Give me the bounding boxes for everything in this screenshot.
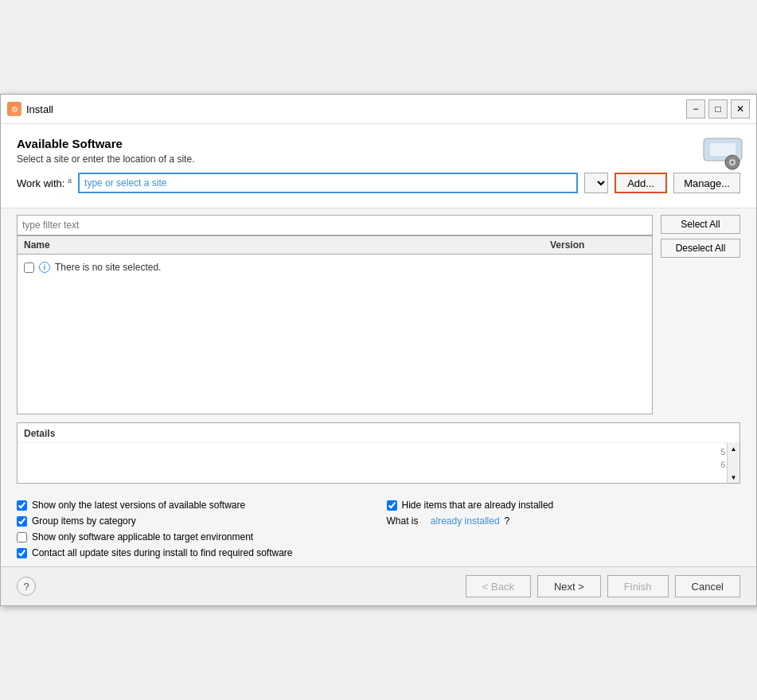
col-version-header: Version <box>550 239 646 251</box>
work-with-label: Work with: a <box>17 177 72 189</box>
info-icon: i <box>39 262 50 273</box>
options-right: Hide items that are already installed Wh… <box>387 500 741 558</box>
group-category-label: Group items by category <box>32 515 136 527</box>
help-button[interactable]: ? <box>17 577 36 596</box>
options-left: Show only the latest versions of availab… <box>17 500 371 558</box>
manage-button[interactable]: Manage... <box>673 173 740 193</box>
left-panel: Name Version i There is no site selected… <box>17 208 653 414</box>
hide-installed-checkbox[interactable] <box>387 500 397 511</box>
option-what-is: What is already installed? <box>387 515 741 527</box>
finish-button[interactable]: Finish <box>607 575 669 597</box>
header-section: Available Software Select a site or ente… <box>1 124 756 208</box>
add-button[interactable]: Add... <box>615 173 667 193</box>
footer-buttons: < Back Next > Finish Cancel <box>466 575 740 597</box>
svg-point-4 <box>732 161 734 164</box>
options-grid: Show only the latest versions of availab… <box>17 500 740 558</box>
work-with-row: Work with: a Add... Manage... <box>17 173 740 193</box>
table-header: Name Version <box>18 236 652 255</box>
svg-rect-1 <box>710 143 736 156</box>
target-env-checkbox[interactable] <box>17 532 27 542</box>
latest-versions-checkbox[interactable] <box>17 500 27 511</box>
table-body: i There is no site selected. <box>18 255 652 414</box>
option-target-env: Show only software applicable to target … <box>17 531 371 542</box>
contact-update-label: Contact all update sites during install … <box>32 547 293 558</box>
option-hide-installed: Hide items that are already installed <box>387 500 741 511</box>
no-site-text: There is no site selected. <box>55 262 161 273</box>
details-scroll-area: ▲ ▼ 5 6 <box>18 443 739 483</box>
site-input[interactable] <box>78 173 578 193</box>
option-contact-update: Contact all update sites during install … <box>17 547 371 558</box>
contact-update-checkbox[interactable] <box>17 548 27 558</box>
already-installed-link[interactable]: already installed <box>431 515 500 527</box>
line-num-6: 6 <box>720 459 725 472</box>
minimize-button[interactable]: − <box>686 99 705 119</box>
hide-installed-label: Hide items that are already installed <box>402 500 554 511</box>
title-bar: ⚙ Install − □ ✕ <box>1 95 756 124</box>
software-table: Name Version i There is no site selected… <box>17 235 653 414</box>
scroll-up-arrow[interactable]: ▲ <box>728 443 739 454</box>
option-latest-versions: Show only the latest versions of availab… <box>17 500 371 511</box>
what-is-suffix: ? <box>505 515 510 527</box>
maximize-button[interactable]: □ <box>708 99 728 119</box>
site-dropdown[interactable] <box>584 173 608 193</box>
scroll-bar: ▲ ▼ <box>727 443 739 483</box>
options-section: Show only the latest versions of availab… <box>1 492 756 566</box>
col-name-header: Name <box>24 239 550 251</box>
details-section: Details ▲ ▼ 5 6 <box>17 422 740 484</box>
footer: ? < Back Next > Finish Cancel <box>1 566 756 605</box>
page-title: Available Software <box>17 137 740 150</box>
group-category-checkbox[interactable] <box>17 516 27 527</box>
close-button[interactable]: ✕ <box>731 99 750 119</box>
back-button[interactable]: < Back <box>466 575 531 597</box>
table-row: i There is no site selected. <box>24 259 646 275</box>
app-icon: ⚙ <box>7 102 21 116</box>
latest-versions-label: Show only the latest versions of availab… <box>32 500 245 511</box>
right-panel: Select All Deselect All <box>653 208 740 414</box>
work-with-superscript: a <box>68 177 72 185</box>
install-dialog: ⚙ Install − □ ✕ Available Software Selec… <box>0 94 757 606</box>
filter-input[interactable] <box>17 215 653 235</box>
scroll-down-arrow[interactable]: ▼ <box>728 472 739 483</box>
main-area: Name Version i There is no site selected… <box>1 208 756 422</box>
cancel-button[interactable]: Cancel <box>675 575 740 597</box>
page-subtitle: Select a site or enter the location of a… <box>17 154 740 165</box>
details-title: Details <box>18 423 739 443</box>
target-env-label: Show only software applicable to target … <box>32 531 253 542</box>
deselect-all-button[interactable]: Deselect All <box>661 239 740 258</box>
cd-icon <box>702 137 743 170</box>
line-num-5: 5 <box>720 446 725 459</box>
line-numbers: 5 6 <box>720 446 725 472</box>
select-all-button[interactable]: Select All <box>661 215 740 234</box>
next-button[interactable]: Next > <box>537 575 601 597</box>
window-controls: − □ ✕ <box>686 99 750 119</box>
what-is-text: What is <box>387 515 419 527</box>
row-checkbox[interactable] <box>24 262 34 273</box>
option-group-category: Group items by category <box>17 515 371 527</box>
window-title: Install <box>26 103 686 115</box>
